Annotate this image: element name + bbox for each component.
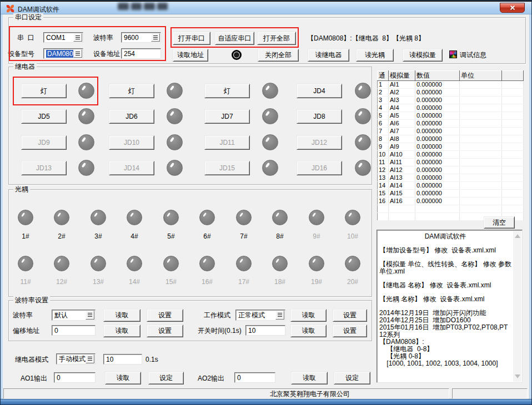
relay-led-14[interactable] bbox=[167, 160, 183, 176]
relay-button-11[interactable]: JD11 bbox=[204, 135, 250, 150]
close-button[interactable] bbox=[500, 3, 525, 13]
relay-button-10[interactable]: JD10 bbox=[109, 135, 154, 150]
relay-led-15[interactable] bbox=[262, 160, 278, 176]
table-row[interactable]: 16AI160.000000 bbox=[378, 198, 524, 205]
switch-time-set-button[interactable]: 设置 bbox=[333, 325, 367, 337]
relay-led-4[interactable] bbox=[355, 83, 371, 99]
dropdown-grip-icon[interactable] bbox=[86, 311, 94, 320]
table-row[interactable]: 14AI140.000000 bbox=[378, 182, 524, 190]
relay-led-3[interactable] bbox=[262, 83, 278, 99]
opto-label-2: 2# bbox=[49, 232, 74, 240]
baud-read-button[interactable]: 读取 bbox=[103, 309, 140, 322]
table-row[interactable]: 12AI120.000000 bbox=[378, 166, 524, 174]
read-address-button[interactable]: 读取地址 bbox=[173, 49, 208, 62]
relay-button-6[interactable]: JD6 bbox=[109, 109, 154, 124]
relay-mode-select[interactable]: 手动模式 bbox=[56, 353, 96, 364]
table-row[interactable]: 9AI90.000000 bbox=[378, 143, 524, 151]
relay-button-12[interactable]: JD12 bbox=[297, 135, 342, 150]
scroll-up-icon[interactable] bbox=[515, 234, 520, 238]
relay-led-2[interactable] bbox=[167, 83, 183, 99]
debug-info-label[interactable]: 调试信息 bbox=[460, 51, 486, 59]
table-row[interactable]: 7AI70.000000 bbox=[378, 128, 524, 135]
read-analog-button[interactable]: 读模拟量 bbox=[403, 49, 443, 62]
relay-led-16[interactable] bbox=[355, 160, 371, 176]
relay-button-16[interactable]: JD16 bbox=[297, 161, 342, 175]
relay-button-7[interactable]: JD7 bbox=[204, 109, 250, 124]
offset-set-button[interactable]: 设置 bbox=[147, 325, 183, 337]
offset-value: 0 bbox=[54, 327, 58, 335]
work-mode-label: 工作模式 bbox=[204, 311, 230, 319]
table-row[interactable]: 6AI60.000000 bbox=[378, 120, 524, 128]
table-row[interactable]: 1AI10.000000 bbox=[378, 81, 524, 89]
relay-button-2[interactable]: 灯 bbox=[109, 84, 154, 98]
relay-button-13[interactable]: JD13 bbox=[21, 161, 67, 175]
work-mode-select[interactable]: 正常模式 bbox=[235, 310, 285, 321]
table-row[interactable]: 4AI40.000000 bbox=[378, 104, 524, 112]
dropdown-grip-icon[interactable] bbox=[86, 355, 94, 363]
table-header: 数值 bbox=[415, 71, 460, 81]
baud-cfg-select[interactable]: 默认 bbox=[52, 310, 96, 321]
read-opto-button[interactable]: 读光耦 bbox=[356, 49, 394, 62]
baud-select[interactable]: 9600 bbox=[121, 32, 161, 43]
ao2-input[interactable]: 0 bbox=[234, 372, 275, 383]
relay-led-11[interactable] bbox=[262, 134, 278, 150]
open-serial-button[interactable]: 打开串口 bbox=[173, 32, 210, 45]
table-row[interactable]: 2AI20.000000 bbox=[378, 89, 524, 97]
table-row[interactable]: 3AI30.000000 bbox=[378, 97, 524, 104]
table-row[interactable]: 15AI150.000000 bbox=[378, 190, 524, 198]
offset-read-button[interactable]: 读取 bbox=[103, 325, 140, 337]
ao2-read-button[interactable]: 读取 bbox=[291, 372, 328, 384]
relay-led-10[interactable] bbox=[167, 134, 183, 150]
ao2-set-button[interactable]: 设定 bbox=[334, 372, 370, 384]
relay-button-9[interactable]: JD9 bbox=[21, 135, 67, 150]
addr-value: 254 bbox=[124, 50, 135, 58]
dropdown-grip-icon[interactable] bbox=[151, 33, 160, 42]
offset-input[interactable]: 0 bbox=[52, 325, 96, 336]
scroll-down-icon[interactable] bbox=[515, 374, 520, 378]
relay-button-4[interactable]: JD4 bbox=[297, 84, 342, 98]
dropdown-grip-icon[interactable] bbox=[73, 49, 82, 58]
relay-button-3[interactable]: 灯 bbox=[204, 84, 250, 98]
relay-led-5[interactable] bbox=[78, 108, 94, 124]
relay-led-6[interactable] bbox=[167, 108, 183, 124]
table-row[interactable]: 13AI130.000000 bbox=[378, 174, 524, 182]
info-scrollbar[interactable] bbox=[513, 231, 521, 382]
open-all-button[interactable]: 打开全部 bbox=[257, 32, 296, 45]
relay-led-1[interactable] bbox=[78, 83, 94, 99]
baud-set-button[interactable]: 设置 bbox=[147, 309, 183, 322]
addr-input[interactable]: 254 bbox=[121, 48, 161, 59]
table-row[interactable]: 8AI80.000000 bbox=[378, 135, 524, 143]
work-mode-read-button[interactable]: 读取 bbox=[290, 309, 327, 322]
relay-button-8[interactable]: JD8 bbox=[297, 109, 342, 124]
table-row[interactable] bbox=[378, 205, 524, 213]
relay-led-8[interactable] bbox=[355, 108, 371, 124]
relay-mode-time-input[interactable]: 10 bbox=[103, 354, 142, 364]
ao1-read-button[interactable]: 读取 bbox=[105, 372, 141, 384]
relay-led-13[interactable] bbox=[78, 160, 94, 176]
relay-button-14[interactable]: JD14 bbox=[109, 161, 154, 175]
dropdown-grip-icon[interactable] bbox=[73, 33, 82, 42]
statusbar-right-panel bbox=[452, 388, 528, 399]
relay-button-1[interactable]: 灯 bbox=[21, 84, 67, 98]
table-row[interactable]: 5AI50.000000 bbox=[378, 112, 524, 120]
switch-time-read-button[interactable]: 读取 bbox=[290, 325, 327, 337]
relay-led-7[interactable] bbox=[262, 108, 278, 124]
relay-button-5[interactable]: JD5 bbox=[21, 109, 67, 124]
adaptive-serial-button[interactable]: 自适应串口 bbox=[215, 32, 254, 45]
switch-time-input[interactable]: 10 bbox=[245, 325, 285, 336]
close-all-button[interactable]: 关闭全部 bbox=[258, 49, 299, 62]
port-select[interactable]: COM1 bbox=[43, 32, 83, 43]
ao1-input[interactable]: 0 bbox=[54, 372, 96, 383]
table-row[interactable]: 10AI100.000000 bbox=[378, 151, 524, 159]
table-row[interactable]: 11AI110.000000 bbox=[378, 159, 524, 166]
relay-led-12[interactable] bbox=[355, 134, 371, 150]
ao1-set-button[interactable]: 设定 bbox=[148, 372, 184, 384]
clear-button[interactable]: 清空 bbox=[484, 216, 515, 229]
work-mode-set-button[interactable]: 设置 bbox=[333, 309, 367, 322]
table-header: 模拟量 bbox=[389, 71, 415, 81]
dropdown-grip-icon[interactable] bbox=[275, 311, 284, 320]
relay-led-9[interactable] bbox=[78, 134, 94, 150]
relay-button-15[interactable]: JD15 bbox=[204, 161, 250, 175]
read-relay-button[interactable]: 读继电器 bbox=[308, 49, 349, 62]
model-select[interactable]: DAM0808 bbox=[43, 48, 83, 59]
